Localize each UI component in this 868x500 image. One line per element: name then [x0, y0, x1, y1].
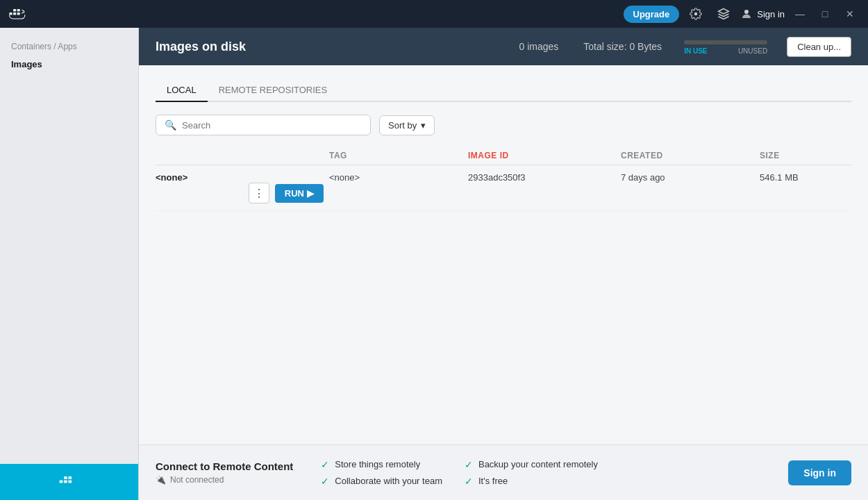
sidebar: Containers / Apps Images	[0, 28, 139, 500]
banner-info: Connect to Remote Content 🔌 Not connecte…	[156, 460, 293, 485]
run-icon: ▶	[307, 188, 314, 199]
svg-rect-0	[9, 12, 12, 15]
sidebar-item-images[interactable]: Images	[0, 54, 138, 74]
row-image-id: 2933adc350f3	[468, 172, 621, 183]
titlebar-left	[8, 4, 28, 24]
unused-label: UNUSED	[738, 47, 767, 55]
svg-rect-3	[13, 9, 16, 12]
row-tag: <none>	[329, 172, 468, 183]
svg-rect-7	[64, 481, 67, 483]
svg-rect-2	[17, 12, 20, 15]
in-use-label: IN USE	[684, 47, 707, 55]
images-label: Images	[11, 59, 42, 69]
banner-title: Connect to Remote Content	[156, 460, 293, 472]
not-connected-icon: 🔌	[156, 475, 166, 485]
row-created: 7 days ago	[621, 172, 760, 183]
table-header: TAG IMAGE ID CREATED SIZE	[156, 147, 851, 165]
banner-sign-in-button[interactable]: Sign in	[788, 460, 851, 485]
sidebar-nav: Containers / Apps Images	[0, 28, 138, 464]
docker-logo	[8, 4, 28, 24]
run-label: RUN	[285, 188, 304, 199]
svg-rect-4	[17, 9, 20, 12]
upgrade-button[interactable]: Upgrade	[624, 6, 680, 23]
titlebar-right: Upgrade Sign in — □ ✕	[624, 3, 860, 25]
col-header-tag: TAG	[329, 151, 468, 160]
images-table: TAG IMAGE ID CREATED SIZE <none> <none> …	[156, 147, 851, 211]
check-icon-2: ✓	[321, 476, 329, 487]
row-name: <none>	[156, 172, 329, 183]
feature-item-2: ✓ Collaborate with your team	[321, 476, 442, 487]
search-icon: 🔍	[165, 119, 176, 131]
content-area: Images on disk 0 images Total size: 0 By…	[139, 28, 868, 500]
svg-rect-10	[68, 476, 72, 479]
notifications-button[interactable]	[712, 3, 735, 25]
feature-item-1: ✓ Store things remotely	[321, 459, 442, 470]
svg-rect-8	[68, 481, 72, 483]
sidebar-bottom	[0, 464, 138, 500]
settings-button[interactable]	[685, 3, 707, 25]
sort-button[interactable]: Sort by ▾	[379, 115, 435, 135]
maximize-button[interactable]: □	[815, 4, 835, 24]
sort-label: Sort by	[388, 120, 417, 131]
search-input[interactable]	[182, 120, 362, 131]
row-actions: ⋮ RUN ▶	[156, 183, 329, 203]
usage-bar	[684, 40, 767, 44]
check-icon-3: ✓	[465, 459, 473, 470]
chevron-down-icon: ▾	[421, 120, 426, 131]
bottom-banner: Connect to Remote Content 🔌 Not connecte…	[139, 444, 868, 500]
breadcrumb: Containers / Apps	[0, 33, 138, 54]
svg-rect-1	[13, 12, 16, 15]
check-icon-1: ✓	[321, 459, 329, 470]
feature-item-3: ✓ Backup your content remotely	[465, 459, 598, 470]
feature-col-2: ✓ Backup your content remotely ✓ It's fr…	[465, 459, 598, 487]
close-button[interactable]: ✕	[840, 4, 860, 24]
tab-remote[interactable]: REMOTE REPOSITORIES	[208, 79, 339, 102]
run-button[interactable]: RUN ▶	[275, 184, 324, 203]
col-header-created: CREATED	[621, 151, 760, 160]
check-icon-4: ✓	[465, 476, 473, 487]
main-content: LOCAL REMOTE REPOSITORIES 🔍 Sort by ▾ TA	[139, 65, 868, 444]
svg-rect-9	[64, 476, 67, 479]
svg-point-5	[744, 10, 749, 14]
sign-in-button[interactable]: Sign in	[740, 8, 785, 20]
col-header-size: SIZE	[760, 151, 851, 160]
more-options-button[interactable]: ⋮	[249, 183, 269, 203]
usage-bar-container: IN USE UNUSED	[684, 39, 767, 55]
banner-features: ✓ Store things remotely ✓ Collaborate wi…	[321, 459, 760, 487]
page-title: Images on disk	[156, 40, 494, 54]
tab-local[interactable]: LOCAL	[156, 79, 208, 102]
images-count: 0 images	[519, 41, 558, 52]
tabs: LOCAL REMOTE REPOSITORIES	[156, 79, 851, 102]
search-box: 🔍	[156, 115, 371, 135]
topbar: Images on disk 0 images Total size: 0 By…	[139, 28, 868, 65]
feature-item-4: ✓ It's free	[465, 476, 598, 487]
table-row: <none> <none> 2933adc350f3 7 days ago 54…	[156, 165, 851, 211]
row-size: 546.1 MB	[760, 172, 851, 183]
toolbar: 🔍 Sort by ▾	[156, 115, 851, 135]
total-size: Total size: 0 Bytes	[583, 41, 662, 52]
col-header-name	[156, 151, 329, 160]
app-body: Containers / Apps Images Images on disk …	[0, 28, 868, 500]
col-header-image-id: IMAGE ID	[468, 151, 621, 160]
feature-col-1: ✓ Store things remotely ✓ Collaborate wi…	[321, 459, 442, 487]
svg-rect-6	[59, 481, 62, 483]
banner-subtitle: 🔌 Not connected	[156, 475, 293, 485]
cleanup-button[interactable]: Clean up...	[787, 37, 851, 57]
titlebar: Upgrade Sign in — □ ✕	[0, 0, 868, 28]
minimize-button[interactable]: —	[790, 4, 810, 24]
